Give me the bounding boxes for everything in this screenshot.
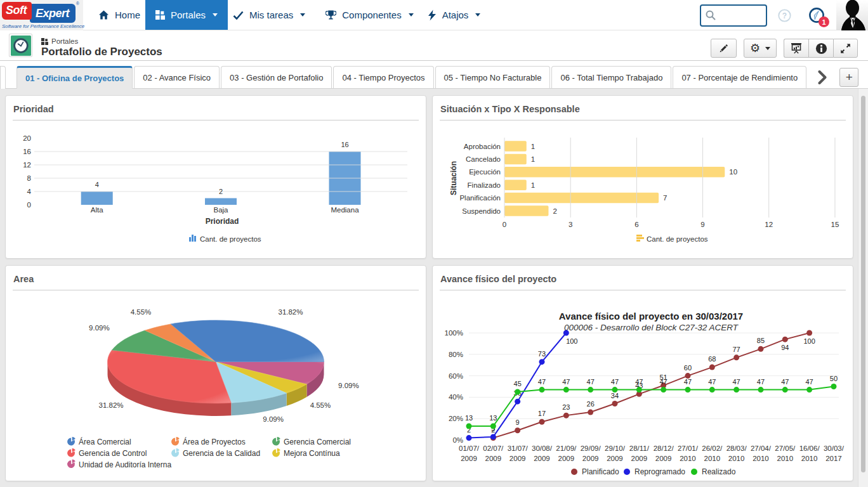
expand-icon: [840, 43, 851, 54]
help-icon[interactable]: ?: [778, 9, 791, 22]
settings-button[interactable]: ⚙: [744, 39, 777, 58]
svg-text:20: 20: [23, 134, 31, 142]
svg-text:47: 47: [635, 378, 643, 386]
svg-text:80%: 80%: [449, 351, 463, 358]
chart-legend: Cant. de proyectos: [636, 235, 708, 243]
search-box[interactable]: [700, 4, 767, 27]
home-icon: [98, 10, 109, 20]
svg-text:1: 1: [531, 181, 535, 189]
tab-2[interactable]: 02 - Avance Físico: [134, 66, 220, 89]
logo-registered-mark: ®: [76, 1, 79, 6]
tab-5[interactable]: 05 - Tiempo No Facturable: [435, 66, 551, 89]
svg-text:20%: 20%: [449, 415, 463, 422]
panel-situacion: Situación x Tipo X Responsable Aprobació…: [432, 95, 853, 259]
tab-scroll-right-button[interactable]: [813, 66, 832, 89]
svg-text:27/01/: 27/01/: [678, 445, 699, 452]
svg-text:Planificado: Planificado: [582, 467, 619, 476]
gear-icon: ⚙: [750, 42, 760, 54]
svg-text:Mediana: Mediana: [331, 206, 359, 214]
expand-button[interactable]: [833, 39, 858, 58]
svg-text:Cancelado: Cancelado: [466, 155, 501, 163]
chart-legend: PlanificadoReprogramadoRealizado: [571, 467, 736, 476]
svg-text:60%: 60%: [449, 372, 463, 380]
svg-text:27/05/: 27/05/: [775, 445, 796, 452]
svg-text:28/03/: 28/03/: [727, 445, 747, 452]
svg-text:47: 47: [708, 378, 716, 386]
info-icon: [815, 42, 827, 55]
svg-text:2010: 2010: [801, 455, 818, 462]
page-header-text: Portales Portafolio de Proyectos: [41, 37, 162, 58]
tab-1[interactable]: 01 - Oficina de Proyectos: [16, 66, 133, 89]
add-tab-button[interactable]: +: [839, 68, 858, 87]
nav-item-componentes[interactable]: Componentes: [320, 0, 418, 30]
svg-text:2010: 2010: [753, 455, 769, 462]
tab-7[interactable]: 07 - Porcentaje de Rendimiento: [673, 66, 806, 89]
portal-app-icon: [9, 34, 32, 57]
svg-text:?: ?: [782, 11, 787, 20]
svg-text:Avance físico del proyecto en: Avance físico del proyecto en 30/03/2017: [559, 311, 743, 321]
tab-3[interactable]: 03 - Gestión de Portafolio: [221, 66, 332, 89]
search-input[interactable]: [716, 11, 761, 20]
tab-4[interactable]: 04 - Tiempo Proyectos: [333, 66, 433, 89]
svg-text:100: 100: [566, 337, 577, 345]
nav-item-home[interactable]: Home: [93, 0, 145, 30]
chevron-down-icon: [475, 13, 480, 16]
legend-item: Gerencia de Control: [67, 448, 147, 458]
panel-avance: Avance físico del proyecto Avance físico…: [432, 265, 853, 481]
info-button[interactable]: [808, 39, 833, 58]
svg-text:Ejecución: Ejecución: [469, 168, 501, 176]
softexpert-logo[interactable]: Soft Expert ® Software for Performance E…: [0, 0, 83, 30]
logo-tagline: Software for Performance Excellence: [2, 23, 84, 29]
svg-text:4: 4: [95, 181, 99, 188]
svg-text:Alta: Alta: [91, 206, 103, 214]
page-header: Portales Portafolio de Proyectos ⚙: [0, 30, 868, 61]
svg-text:13: 13: [489, 414, 497, 422]
nav-item-mis-tareas[interactable]: Mis tareas: [228, 0, 310, 30]
svg-text:15: 15: [831, 221, 839, 228]
notifications-icon[interactable]: 1: [808, 7, 825, 23]
vertical-scrollbar[interactable]: [858, 89, 868, 487]
legend-item: Gerencia de la Calidad: [171, 448, 260, 458]
svg-text:Mejora Contínua: Mejora Contínua: [284, 449, 340, 458]
nav-item-portales[interactable]: Portales: [145, 0, 228, 30]
svg-text:9: 9: [700, 221, 704, 228]
svg-text:29/10/: 29/10/: [605, 445, 626, 452]
svg-text:000006 - Desarrollo del Block: 000006 - Desarrollo del Block C27-32 ACE…: [564, 323, 739, 332]
svg-text:100: 100: [803, 337, 815, 345]
tab-6[interactable]: 06 - Total Tiempo Trabajado: [551, 66, 671, 89]
tab-overflow-sliver: [0, 66, 6, 89]
svg-text:0%: 0%: [452, 436, 463, 444]
presentation-icon: [791, 42, 802, 54]
logo-boxes: Soft Expert ®: [2, 2, 76, 23]
search-icon: [705, 10, 716, 21]
svg-text:31.82%: 31.82%: [99, 401, 124, 409]
svg-text:Cant. de proyectos: Cant. de proyectos: [200, 235, 261, 243]
bolt-icon: [428, 10, 437, 21]
svg-text:9.09%: 9.09%: [263, 415, 284, 423]
nav-item-label: Mis tareas: [249, 10, 293, 20]
panel-prioridad: Prioridad 0481216204Alta2Baja16MedianaPr…: [5, 95, 426, 259]
svg-text:47: 47: [587, 378, 595, 386]
presentation-button[interactable]: [784, 39, 808, 58]
svg-text:2009: 2009: [631, 455, 648, 462]
svg-text:2009: 2009: [510, 455, 526, 462]
breadcrumb[interactable]: Portales: [41, 37, 162, 46]
topbar-right: ? 1: [700, 0, 868, 30]
prioridad-bar-chart: 0481216204Alta2Baja16MedianaPrioridadCan…: [6, 96, 426, 258]
chevron-down-icon: [300, 13, 305, 16]
svg-text:47: 47: [538, 378, 546, 386]
user-avatar[interactable]: [836, 0, 868, 30]
svg-text:0: 0: [27, 201, 31, 209]
svg-text:Gerencia de Control: Gerencia de Control: [79, 449, 147, 458]
svg-text:1: 1: [531, 155, 535, 163]
portal-content: Prioridad 0481216204Alta2Baja16MedianaPr…: [0, 89, 868, 487]
svg-text:2009: 2009: [582, 455, 599, 462]
edit-button[interactable]: [711, 39, 737, 58]
svg-text:2009: 2009: [558, 455, 575, 462]
svg-text:Unidad de Auditoría Interna: Unidad de Auditoría Interna: [79, 460, 171, 469]
svg-text:Gerencia de la Calidad: Gerencia de la Calidad: [183, 449, 260, 458]
svg-text:2: 2: [219, 188, 223, 195]
nav-item-atajos[interactable]: Atajos: [423, 0, 486, 30]
scrollbar-thumb[interactable]: [861, 96, 865, 472]
svg-text:28/12/: 28/12/: [654, 445, 674, 452]
